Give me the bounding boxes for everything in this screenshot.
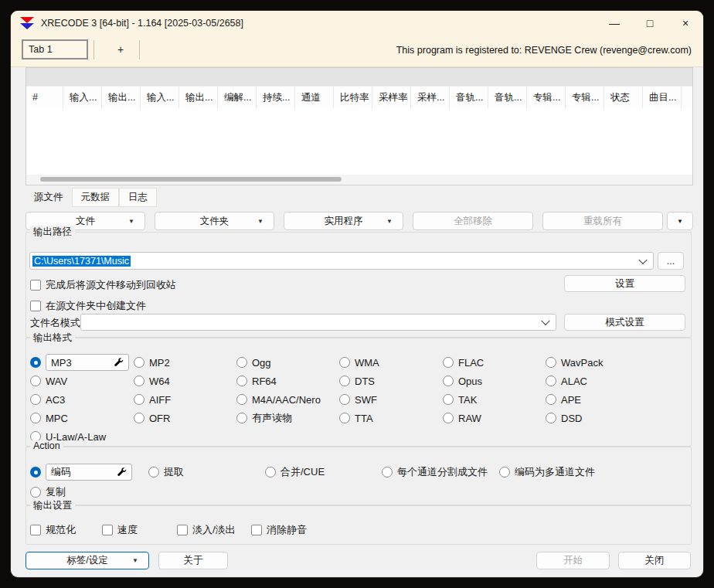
settings-button[interactable]: 设置 xyxy=(564,275,685,292)
action-radio-2[interactable]: 合并/CUE xyxy=(265,463,325,481)
radio-icon[interactable] xyxy=(30,413,41,423)
table-column-header[interactable]: 状态 xyxy=(604,87,643,108)
wrench-icon[interactable] xyxy=(114,358,124,367)
format-radio-ogg[interactable]: Ogg xyxy=(236,353,321,372)
table-column-header[interactable]: 采样率 xyxy=(372,87,411,108)
radio-icon[interactable] xyxy=(30,467,41,478)
checkbox-icon[interactable] xyxy=(177,525,188,535)
format-radio-ac3[interactable]: AC3 xyxy=(30,390,129,409)
radio-icon[interactable] xyxy=(443,413,454,423)
browse-button[interactable]: ... xyxy=(658,252,684,270)
table-column-header[interactable]: 编解... xyxy=(218,87,257,108)
panel-tab-metadata[interactable]: 元数据 xyxy=(72,188,120,207)
output-setting-checkbox-1[interactable]: 速度 xyxy=(102,522,138,538)
radio-icon[interactable] xyxy=(546,394,556,405)
table-column-header[interactable]: 比特率 xyxy=(334,87,372,108)
table-column-header[interactable]: 输入... xyxy=(63,87,102,108)
scrollbar-thumb[interactable] xyxy=(40,177,342,182)
output-setting-checkbox-3[interactable]: 消除静音 xyxy=(251,522,307,538)
checkbox-icon[interactable] xyxy=(30,280,41,291)
radio-icon[interactable] xyxy=(339,376,350,386)
table-column-header[interactable]: 通道 xyxy=(295,87,334,108)
radio-icon[interactable] xyxy=(339,413,350,423)
format-radio-mp2[interactable]: MP2 xyxy=(134,353,171,372)
radio-icon[interactable] xyxy=(236,376,247,386)
format-radio-ofr[interactable]: OFR xyxy=(134,409,171,427)
format-radio-ape[interactable]: APE xyxy=(546,390,603,409)
table-column-header[interactable]: 采样... xyxy=(411,87,450,108)
radio-icon[interactable] xyxy=(443,357,454,368)
radio-icon[interactable] xyxy=(443,394,454,405)
format-radio-wma[interactable]: WMA xyxy=(339,353,379,372)
format-radio-raw[interactable]: RAW xyxy=(443,409,484,427)
radio-icon[interactable] xyxy=(30,394,41,405)
radio-icon[interactable] xyxy=(339,357,350,368)
panel-tab-source[interactable]: 源文件 xyxy=(26,188,72,207)
radio-icon[interactable] xyxy=(546,413,556,423)
format-radio-swf[interactable]: SWF xyxy=(339,390,379,409)
about-button[interactable]: 关于 xyxy=(158,552,228,569)
pattern-settings-button[interactable]: 模式设置 xyxy=(564,314,685,331)
format-radio-flac[interactable]: FLAC xyxy=(443,353,484,372)
panel-tab-log[interactable]: 日志 xyxy=(119,188,157,207)
close-window-button[interactable]: 关闭 xyxy=(618,552,691,569)
table-column-header[interactable]: 专辑... xyxy=(566,87,604,108)
toolbar-button-reload-all[interactable]: 重载所有 xyxy=(542,212,663,230)
radio-icon[interactable] xyxy=(134,394,144,405)
chevron-down-icon[interactable] xyxy=(541,317,549,325)
format-radio-wav[interactable]: WAV xyxy=(30,372,129,390)
format-radio-opus[interactable]: Opus xyxy=(443,372,484,390)
format-radio-mp3[interactable]: MP3 xyxy=(30,353,129,372)
radio-icon[interactable] xyxy=(30,357,41,368)
close-button[interactable]: × xyxy=(668,11,703,36)
radio-icon[interactable] xyxy=(134,357,144,368)
radio-icon[interactable] xyxy=(236,394,247,405)
radio-icon[interactable] xyxy=(148,467,159,478)
maximize-button[interactable]: □ xyxy=(632,11,668,36)
format-radio-alac[interactable]: ALAC xyxy=(546,372,603,390)
format-radio-w64[interactable]: W64 xyxy=(134,372,171,390)
radio-icon[interactable] xyxy=(546,357,556,368)
table-column-header[interactable]: 音轨... xyxy=(450,87,488,108)
radio-icon[interactable] xyxy=(134,376,144,386)
action-radio-3[interactable]: 每个通道分割成文件 xyxy=(382,463,488,481)
toolbar-more-button[interactable]: ▼ xyxy=(667,212,693,230)
wrench-icon[interactable] xyxy=(117,467,127,477)
output-path-combobox[interactable]: C:\Users\17371\Music xyxy=(29,252,654,270)
toolbar-button-folder[interactable]: 文件夹▼ xyxy=(155,212,274,230)
radio-icon[interactable] xyxy=(499,467,510,478)
action-radio-0[interactable]: 编码 xyxy=(30,463,132,481)
table-body[interactable] xyxy=(26,108,692,175)
table-column-header[interactable]: 持续... xyxy=(257,87,295,108)
format-radio-dts[interactable]: DTS xyxy=(339,372,379,390)
table-column-header[interactable]: 输出... xyxy=(102,87,141,108)
format-radio-aiff[interactable]: AIFF xyxy=(134,390,171,409)
toolbar-button-remove-all[interactable]: 全部移除 xyxy=(413,212,533,230)
radio-icon[interactable] xyxy=(546,376,556,386)
output-setting-checkbox-0[interactable]: 规范化 xyxy=(30,522,76,538)
format-radio-tak[interactable]: TAK xyxy=(443,390,484,409)
table-column-header[interactable]: # xyxy=(26,87,63,108)
checkbox-icon[interactable] xyxy=(251,525,262,535)
filename-pattern-combobox[interactable] xyxy=(80,314,556,331)
format-config-box[interactable]: MP3 xyxy=(46,354,129,371)
format-radio-tta[interactable]: TTA xyxy=(339,409,379,427)
minimize-button[interactable]: — xyxy=(597,11,632,36)
action-config-box[interactable]: 编码 xyxy=(46,464,132,481)
table-column-header[interactable]: 输入... xyxy=(141,87,179,108)
format-radio-m4a-aac-nero[interactable]: M4A/AAC/Nero xyxy=(236,390,321,409)
radio-icon[interactable] xyxy=(30,487,41,498)
action-radio-4[interactable]: 编码为多通道文件 xyxy=(499,463,595,481)
table-column-header[interactable]: 音轨... xyxy=(488,87,527,108)
checkbox-icon[interactable] xyxy=(30,301,41,311)
format-radio-dsd[interactable]: DSD xyxy=(546,409,603,427)
radio-icon[interactable] xyxy=(265,467,276,478)
table-column-header[interactable]: 输出... xyxy=(179,87,218,108)
radio-icon[interactable] xyxy=(134,413,144,423)
format-radio-rf64[interactable]: RF64 xyxy=(236,372,321,390)
add-tab-button[interactable]: + xyxy=(105,39,136,59)
radio-icon[interactable] xyxy=(236,357,247,368)
table-column-header[interactable]: 曲目... xyxy=(643,87,682,108)
format-radio-wavpack[interactable]: WavPack xyxy=(546,353,603,372)
start-button[interactable]: 开始 xyxy=(536,552,610,569)
